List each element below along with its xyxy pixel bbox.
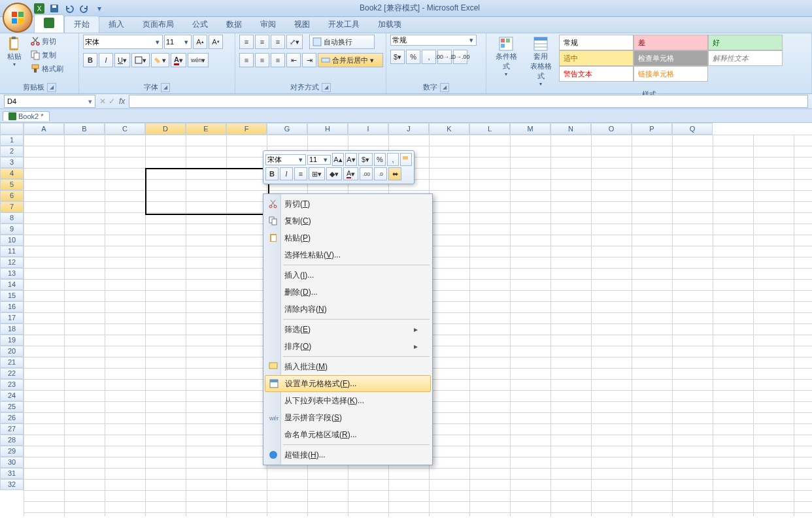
row-header[interactable]: 20 (0, 346, 24, 357)
row-header[interactable]: 16 (0, 301, 24, 312)
wrap-text-button[interactable]: 自动换行 (309, 35, 375, 49)
align-middle-button[interactable]: ≡ (255, 35, 269, 49)
row-header[interactable]: 28 (0, 435, 24, 446)
align-center-button[interactable]: ≡ (255, 53, 269, 67)
style-cell[interactable]: 检查单元格 (634, 50, 708, 66)
clipboard-dialog-launcher[interactable]: ◢ (47, 83, 56, 92)
mini-currency-button[interactable]: $▾ (358, 153, 373, 166)
undo-icon[interactable] (63, 3, 76, 14)
column-header[interactable]: C (105, 123, 145, 135)
row-header[interactable]: 22 (0, 368, 24, 379)
cancel-formula-icon[interactable]: ✕ (99, 97, 106, 106)
enter-formula-icon[interactable]: ✓ (109, 97, 115, 106)
row-header[interactable]: 6 (0, 190, 24, 201)
row-header[interactable]: 21 (0, 357, 24, 368)
column-header[interactable]: P (632, 123, 672, 135)
phonetic-button[interactable]: wén▾ (188, 53, 209, 67)
ctx-item[interactable]: 设置单元格格式(F)... (265, 375, 431, 392)
column-header[interactable]: H (307, 123, 348, 135)
increase-indent-button[interactable]: ⇥ (302, 53, 316, 67)
row-header[interactable]: 7 (0, 201, 24, 212)
merge-center-button[interactable]: 合并后居中▾ (318, 53, 383, 67)
ctx-item[interactable]: 删除(D)... (265, 284, 431, 301)
format-as-table-button[interactable]: 套用 表格格式▾ (525, 35, 557, 88)
column-header[interactable]: O (591, 123, 632, 135)
column-header[interactable]: E (186, 123, 226, 135)
style-cell[interactable]: 适中 (559, 50, 634, 66)
ctx-item[interactable]: 复制(C) (265, 212, 431, 229)
ribbon-tab-8[interactable]: 加载项 (369, 16, 411, 33)
paste-button[interactable]: 粘贴▾ (4, 35, 25, 69)
format-painter-button[interactable]: 格式刷 (27, 62, 66, 75)
style-cell[interactable]: 链接单元格 (634, 66, 708, 82)
row-header[interactable]: 2 (0, 146, 24, 157)
ribbon-tab-5[interactable]: 审阅 (251, 16, 285, 33)
copy-button[interactable]: 复制 (27, 48, 66, 61)
mini-inc-decimal-button[interactable]: .0 (374, 167, 387, 180)
save-icon[interactable] (48, 3, 61, 14)
row-header[interactable]: 32 (0, 479, 24, 490)
style-cell[interactable]: 警告文本 (559, 66, 634, 82)
row-header[interactable]: 4 (0, 168, 24, 179)
style-cell[interactable]: 常规 (559, 35, 634, 50)
align-top-button[interactable]: ≡ (239, 35, 254, 49)
column-header[interactable]: J (388, 123, 429, 135)
ctx-item[interactable]: 命名单元格区域(R)... (265, 426, 431, 443)
style-cell[interactable]: 解释性文本 (708, 50, 783, 66)
mini-comma-button[interactable]: , (387, 153, 399, 166)
align-right-button[interactable]: ≡ (271, 53, 285, 67)
row-header[interactable]: 29 (0, 446, 24, 457)
row-header[interactable]: 25 (0, 401, 24, 412)
qat-dropdown-icon[interactable]: ▾ (93, 3, 106, 14)
cell-styles-gallery[interactable]: 常规差好适中检查单元格解释性文本警告文本链接单元格 (559, 35, 807, 82)
mini-dec-decimal-button[interactable]: .00 (360, 167, 373, 180)
font-name-combo[interactable]: 宋体▾ (83, 35, 163, 49)
number-format-combo[interactable]: 常规▾ (390, 35, 477, 46)
row-header[interactable]: 13 (0, 268, 24, 279)
ribbon-tab-2[interactable]: 页面布局 (133, 16, 183, 33)
row-header[interactable]: 10 (0, 235, 24, 246)
cut-button[interactable]: 剪切 (27, 35, 66, 48)
mini-grow-font-button[interactable]: A▴ (332, 153, 344, 166)
row-header[interactable]: 8 (0, 212, 24, 224)
formula-bar[interactable] (129, 95, 808, 108)
column-header[interactable]: N (550, 123, 591, 135)
ctx-item[interactable]: 超链接(H)... (265, 446, 431, 463)
border-button[interactable]: ▾ (131, 53, 150, 67)
increase-font-button[interactable]: A▴ (193, 35, 207, 49)
row-header[interactable]: 14 (0, 279, 24, 290)
bold-button[interactable]: B (83, 53, 97, 67)
ribbon-tab-6[interactable]: 视图 (285, 16, 319, 33)
row-header[interactable]: 9 (0, 224, 24, 235)
column-header[interactable]: F (226, 123, 267, 135)
fx-icon[interactable]: fx (119, 97, 125, 106)
row-header[interactable]: 11 (0, 246, 24, 257)
orientation-button[interactable]: ⤢▾ (286, 35, 303, 49)
increase-decimal-button[interactable]: .00→.0 (437, 50, 452, 64)
style-cell[interactable]: 好 (708, 35, 783, 50)
mini-font-color-button[interactable]: A▾ (343, 167, 358, 180)
font-dialog-launcher[interactable]: ◢ (161, 83, 170, 92)
row-header[interactable]: 17 (0, 312, 24, 323)
percent-button[interactable]: % (406, 50, 420, 64)
mini-align-center-button[interactable]: ≡ (294, 167, 307, 180)
mini-size-combo[interactable]: 11▾ (307, 155, 331, 165)
ctx-item[interactable]: 选择性粘贴(V)... (265, 246, 431, 263)
row-header[interactable]: 3 (0, 157, 24, 168)
ribbon-tab-7[interactable]: 开发工具 (319, 16, 369, 33)
name-box[interactable]: D4▾ (4, 95, 95, 108)
ribbon-tab-0[interactable]: 开始 (64, 16, 99, 33)
row-header[interactable]: 26 (0, 412, 24, 423)
column-header[interactable]: M (510, 123, 550, 135)
align-bottom-button[interactable]: ≡ (271, 35, 285, 49)
align-left-button[interactable]: ≡ (239, 53, 254, 67)
workbook-tab[interactable]: Book2 * (3, 111, 50, 121)
mini-shrink-font-button[interactable]: A▾ (345, 153, 357, 166)
ctx-item[interactable]: 排序(O)▸ (265, 338, 431, 355)
column-header[interactable]: K (429, 123, 469, 135)
align-dialog-launcher[interactable]: ◢ (322, 83, 331, 92)
row-header[interactable]: 31 (0, 468, 24, 479)
column-header[interactable]: A (24, 123, 64, 135)
mini-fill-button[interactable]: ◆▾ (326, 167, 342, 180)
style-cell[interactable]: 差 (634, 35, 708, 50)
